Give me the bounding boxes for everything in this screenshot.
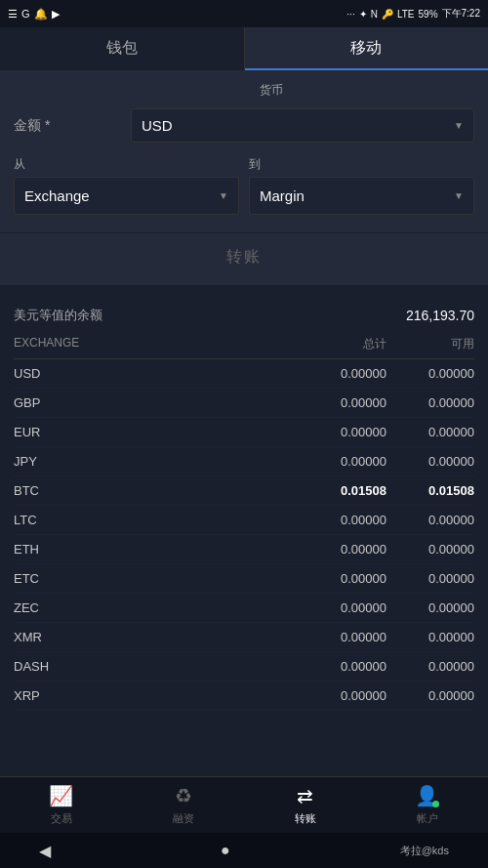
row-values: 0.00000 0.00000 [318, 659, 474, 674]
signal-label: LTE [397, 9, 415, 20]
status-right: ··· ✦ N 🔑 LTE 59% 下午7:22 [346, 7, 480, 21]
funding-icon: ♻ [175, 784, 192, 807]
more-icon: ··· [346, 9, 354, 20]
nav-transfer[interactable]: ⇄ 转账 [244, 777, 366, 833]
balance-section: 美元等值的余额 216,193.70 [0, 293, 488, 332]
brand-area: 考拉@kds [400, 844, 449, 858]
to-group: 到 Margin ▼ [249, 156, 474, 215]
row-currency-label: USD [14, 366, 72, 381]
row-available: 0.00000 [406, 454, 474, 469]
row-values: 0.00000 0.00000 [318, 454, 474, 469]
bell-icon: 🔔 [34, 8, 48, 21]
menu-icon: ☰ [8, 8, 18, 21]
top-tabs: 钱包 移动 [0, 27, 488, 70]
nfc-icon: N [371, 9, 378, 20]
row-currency-label: DASH [14, 659, 72, 674]
brand-label: 考拉@kds [400, 844, 449, 858]
row-values: 0.00000 0.00000 [318, 513, 474, 527]
from-group: 从 Exchange ▼ [14, 156, 239, 215]
row-values: 0.00000 0.00000 [318, 366, 474, 381]
row-total: 0.00000 [318, 366, 386, 381]
from-label: 从 [14, 156, 239, 173]
balance-label: 美元等值的余额 [14, 307, 102, 324]
row-currency-label: GBP [14, 395, 72, 410]
back-button[interactable]: ◀ [39, 842, 51, 860]
row-currency-label: XRP [14, 688, 72, 703]
g-icon: G [21, 8, 30, 20]
bottom-nav: 📈 交易 ♻ 融资 ⇄ 转账 👤 帐户 [0, 776, 488, 833]
from-dropdown[interactable]: Exchange ▼ [14, 177, 239, 215]
row-currency-label: EUR [14, 425, 72, 439]
to-dropdown[interactable]: Margin ▼ [249, 177, 474, 215]
row-total: 0.00000 [318, 659, 386, 674]
nav-funding[interactable]: ♻ 融资 [122, 777, 244, 833]
status-left-icons: ☰ G 🔔 ▶ [8, 8, 60, 21]
row-available: 0.00000 [406, 659, 474, 674]
table-row: JPY 0.00000 0.00000 [14, 447, 474, 476]
nav-trade-label: 交易 [51, 811, 72, 826]
row-total: 0.00000 [318, 688, 386, 703]
form-area: 货币 金额 * USD ▼ 从 Exchange ▼ 到 Margin ▼ [0, 70, 488, 232]
bluetooth-icon: ✦ [359, 9, 367, 20]
home-button[interactable]: ● [221, 842, 230, 859]
row-total: 0.00000 [318, 454, 386, 469]
row-available: 0.00000 [406, 688, 474, 703]
table-row: GBP 0.00000 0.00000 [14, 389, 474, 418]
exchange-table: EXCHANGE 总计 可用 USD 0.00000 0.00000 GBP 0… [0, 332, 488, 711]
tab-move[interactable]: 移动 [245, 27, 489, 70]
row-values: 0.00000 0.00000 [318, 542, 474, 557]
row-total: 0.00000 [318, 542, 386, 557]
row-available: 0.00000 [406, 513, 474, 527]
table-row: LTC 0.00000 0.00000 [14, 506, 474, 535]
table-row: EUR 0.00000 0.00000 [14, 418, 474, 447]
status-bar: ☰ G 🔔 ▶ ··· ✦ N 🔑 LTE 59% 下午7:22 [0, 0, 488, 27]
table-row: USD 0.00000 0.00000 [14, 359, 474, 389]
amount-row: 金额 * USD ▼ [14, 108, 474, 143]
table-row: ZEC 0.00000 0.00000 [14, 594, 474, 623]
row-available: 0.00000 [406, 366, 474, 381]
row-values: 0.00000 0.00000 [318, 600, 474, 615]
to-arrow-icon: ▼ [454, 190, 464, 201]
nav-account-label: 帐户 [417, 811, 438, 826]
transfer-icon: ⇄ [297, 784, 313, 807]
nav-account[interactable]: 👤 帐户 [366, 777, 488, 833]
currency-label: 货币 [260, 82, 474, 99]
row-values: 0.00000 0.00000 [318, 630, 474, 644]
row-available: 0.00000 [406, 542, 474, 557]
currency-select-dropdown[interactable]: USD ▼ [131, 108, 474, 143]
nav-trade[interactable]: 📈 交易 [0, 777, 122, 833]
to-value: Margin [260, 187, 305, 204]
row-total: 0.00000 [318, 571, 386, 586]
row-available: 0.01508 [406, 483, 474, 498]
row-values: 0.00000 0.00000 [318, 688, 474, 703]
col-available-header: 可用 [406, 336, 474, 352]
to-label: 到 [249, 156, 474, 173]
row-currency-label: LTC [14, 513, 72, 527]
row-values: 0.00000 0.00000 [318, 395, 474, 410]
row-total: 0.00000 [318, 513, 386, 527]
play-icon: ▶ [52, 8, 60, 21]
from-value: Exchange [24, 187, 90, 204]
row-available: 0.00000 [406, 395, 474, 410]
table-header: EXCHANGE 总计 可用 [14, 332, 474, 359]
row-currency-label: XMR [14, 630, 72, 644]
tab-wallet[interactable]: 钱包 [0, 27, 245, 70]
table-row: XMR 0.00000 0.00000 [14, 623, 474, 652]
row-currency-label: BTC [14, 483, 72, 498]
row-values: 0.00000 0.00000 [318, 571, 474, 586]
row-currency-label: ETC [14, 571, 72, 586]
row-total: 0.00000 [318, 630, 386, 644]
row-available: 0.00000 [406, 571, 474, 586]
section-divider [0, 285, 488, 293]
currency-arrow-icon: ▼ [454, 120, 464, 131]
row-values: 0.00000 0.00000 [318, 425, 474, 439]
row-currency-label: ETH [14, 542, 72, 557]
battery-label: 59% [419, 9, 438, 20]
table-row: ETC 0.00000 0.00000 [14, 564, 474, 594]
account-icon: 👤 [415, 784, 439, 807]
row-total: 0.00000 [318, 600, 386, 615]
table-row: BTC 0.01508 0.01508 [14, 476, 474, 506]
nav-funding-label: 融资 [173, 811, 194, 826]
table-row: ETH 0.00000 0.00000 [14, 535, 474, 564]
transfer-button[interactable]: 转账 [226, 247, 262, 268]
